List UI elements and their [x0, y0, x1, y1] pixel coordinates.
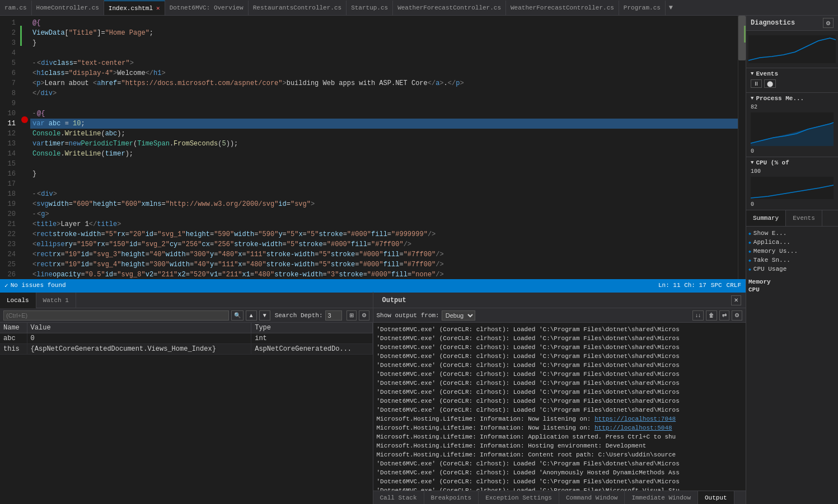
watch-type-abc: int — [251, 333, 372, 344]
watch-name-this: this — [0, 344, 27, 355]
tab-program[interactable]: Program.cs — [619, 1, 666, 15]
output-settings-btn[interactable]: ⚙ — [732, 310, 742, 321]
output-line: 'Dotnet6MVC.exe' (CoreCLR: clrhost): Loa… — [377, 477, 743, 486]
code-line-14: Console.WriteLine(timer); — [30, 149, 738, 159]
tab-events[interactable]: Events — [786, 210, 822, 226]
tab-locals[interactable]: Locals — [0, 293, 36, 308]
tab-dotnet6mvc[interactable]: Dotnet6MVC: Overview — [165, 1, 249, 15]
editor-scrollbar[interactable] — [738, 16, 746, 279]
localhost-link-https[interactable]: https://localhost:7048 — [594, 416, 676, 422]
output-line: 'Dotnet6MVC.exe' (CoreCLR: clrhost): Loa… — [377, 406, 743, 414]
change-indicator — [744, 26, 746, 43]
tab-call-stack[interactable]: Call Stack — [373, 491, 424, 504]
diag-item-show-events[interactable]: Show E... — [748, 229, 836, 238]
options-button[interactable]: ⚙ — [359, 310, 369, 321]
code-line-21: <title>Layer 1</title> — [30, 219, 738, 229]
tab-watch1[interactable]: Watch 1 — [36, 293, 76, 308]
line-numbers: 1 2 3 4 5 6 7 8 9 10 11 12 13 14 — [0, 16, 20, 279]
code-line-15 — [30, 159, 738, 169]
tab-label: Dotnet6MVC: Overview — [170, 4, 244, 11]
code-line-13: var timer = new PeriodicTimer(TimeSpan.F… — [30, 139, 738, 149]
no-issues-icon: ✓ No issues found — [4, 282, 66, 289]
code-line-24: <rect rx="10" id="svg_3" height="40" wid… — [30, 249, 738, 260]
code-line-12: Console.WriteLine(abc); — [30, 129, 738, 139]
tab-startup[interactable]: Startup.cs — [347, 1, 393, 15]
code-line-6: <h1 class="display-4">Welcome</h1> — [30, 68, 738, 78]
diag-item-snapshot[interactable]: Take Sn... — [748, 256, 836, 265]
code-lines[interactable]: @{ ViewData["Title"] = "Home Page"; } -<… — [30, 16, 738, 279]
git-indicator — [20, 26, 22, 46]
next-button[interactable]: ▼ — [259, 310, 270, 321]
code-editor: 1 2 3 4 5 6 7 8 9 10 11 12 13 14 — [0, 16, 746, 291]
cpu-max: 100 — [751, 168, 761, 175]
tab-homecontroller[interactable]: HomeController.cs — [32, 1, 104, 15]
output-line: 'Dotnet6MVC.exe' (CoreCLR: clrhost): Loa… — [377, 388, 743, 397]
status-message: No issues found — [11, 282, 66, 289]
output-line: 'Dotnet6MVC.exe' (CoreCLR: clrhost): Loa… — [377, 486, 743, 491]
code-line-5: -<div class="text-center"> — [30, 58, 738, 68]
diagnostics-panel: Diagnostics ⚙ Events ⏸ ⬤ — [746, 16, 838, 504]
diag-item-applica[interactable]: Applica... — [748, 238, 836, 247]
diagnostics-header: Diagnostics ⚙ — [746, 16, 838, 31]
diag-item-cpu[interactable]: CPU Usage — [748, 265, 836, 274]
tab-label: HomeController.cs — [36, 4, 99, 11]
code-line-4 — [30, 48, 738, 58]
output-toolbar: Show output from: Debug Build Output ↓↓ … — [373, 308, 746, 323]
code-line-23: <ellipse ry="150" rx="150" id="svg_2" cy… — [30, 239, 738, 249]
output-close-btn[interactable]: ✕ — [731, 295, 741, 305]
localhost-link-http[interactable]: http://localhost:5048 — [594, 425, 672, 431]
diagnostics-settings-btn[interactable]: ⚙ — [823, 18, 834, 28]
search-button[interactable]: 🔍 — [231, 310, 244, 321]
tab-command-window[interactable]: Command Window — [559, 491, 625, 504]
code-line-16: } — [30, 169, 738, 179]
watch-search-input[interactable] — [3, 310, 229, 321]
output-line: Microsoft.Hosting.Lifetime: Information:… — [377, 441, 743, 450]
code-line-8: </div> — [30, 88, 738, 98]
code-line-10: -@{ — [30, 109, 738, 119]
pause-btn[interactable]: ⏸ — [751, 79, 762, 88]
output-line: 'Dotnet6MVC.exe' (CoreCLR: clrhost): Loa… — [377, 379, 743, 388]
expand-button[interactable]: ⊞ — [347, 310, 357, 321]
memory-min: 0 — [751, 148, 754, 154]
code-line-3: } — [30, 38, 738, 48]
diag-item-memory[interactable]: Memory Us... — [748, 247, 836, 256]
search-depth-input[interactable] — [325, 310, 342, 321]
tab-summary[interactable]: Summary — [746, 210, 786, 226]
line-ending: CRLF — [727, 282, 741, 289]
watch-type-this: AspNetCoreGeneratedDo... — [251, 344, 372, 355]
indentation: SPC — [711, 282, 722, 289]
output-word-wrap-btn[interactable]: ⇄ — [719, 310, 729, 321]
code-line-22: <rect stroke-width="5" rx="20" id="svg_1… — [30, 229, 738, 239]
prev-button[interactable]: ▲ — [246, 310, 257, 321]
tab-restaurantscontroller[interactable]: RestaurantsController.cs — [249, 1, 347, 15]
search-depth-label: Search Depth: — [275, 312, 323, 319]
output-scroll-btn[interactable]: ↓↓ — [692, 310, 704, 321]
tab-label: Index.cshtml — [109, 5, 153, 12]
output-line: Microsoft.Hosting.Lifetime: Information:… — [377, 423, 743, 432]
tab-ram[interactable]: ram.cs — [0, 1, 32, 15]
watch-toolbar: 🔍 ▲ ▼ Search Depth: ⊞ ⚙ — [0, 308, 373, 323]
tab-immediate-window[interactable]: Immediate Window — [625, 491, 698, 504]
cpu-text: CPU — [748, 286, 760, 293]
cpu-label: CPU Usage — [753, 266, 786, 272]
cpu-section-title: CPU (% of — [751, 159, 834, 166]
tab-index[interactable]: Index.cshtml ✕ — [104, 1, 165, 15]
output-content[interactable]: 'Dotnet6MVC.exe' (CoreCLR: clrhost): Loa… — [373, 323, 746, 491]
tab-output[interactable]: Output — [698, 491, 734, 504]
output-line: 'Dotnet6MVC.exe' (CoreCLR: clrhost): Loa… — [377, 370, 743, 379]
record-btn[interactable]: ⬤ — [764, 79, 776, 88]
output-line: 'Dotnet6MVC.exe' (CoreCLR: clrhost): Loa… — [377, 325, 743, 334]
output-source-select[interactable]: Debug Build Output — [442, 310, 475, 321]
tab-breakpoints[interactable]: Breakpoints — [424, 491, 479, 504]
tab-weatherforecast1[interactable]: WeatherForecastController.cs — [393, 1, 506, 15]
tab-weatherforecast2[interactable]: WeatherForecastController.cs — [506, 1, 619, 15]
output-panel: Output ✕ Show output from: Debug Build O… — [373, 291, 746, 504]
events-toolbar: ⏸ ⬤ — [751, 79, 834, 88]
code-line-18: -<div> — [30, 189, 738, 199]
tab-exception-settings[interactable]: Exception Settings — [479, 491, 559, 504]
tab-label: RestaurantsController.cs — [253, 4, 341, 11]
output-clear-btn[interactable]: 🗑 — [706, 310, 717, 321]
tab-overflow[interactable]: ▼ — [666, 1, 676, 15]
events-section: Events ⏸ ⬤ — [746, 68, 838, 93]
memory-chart — [751, 112, 834, 146]
